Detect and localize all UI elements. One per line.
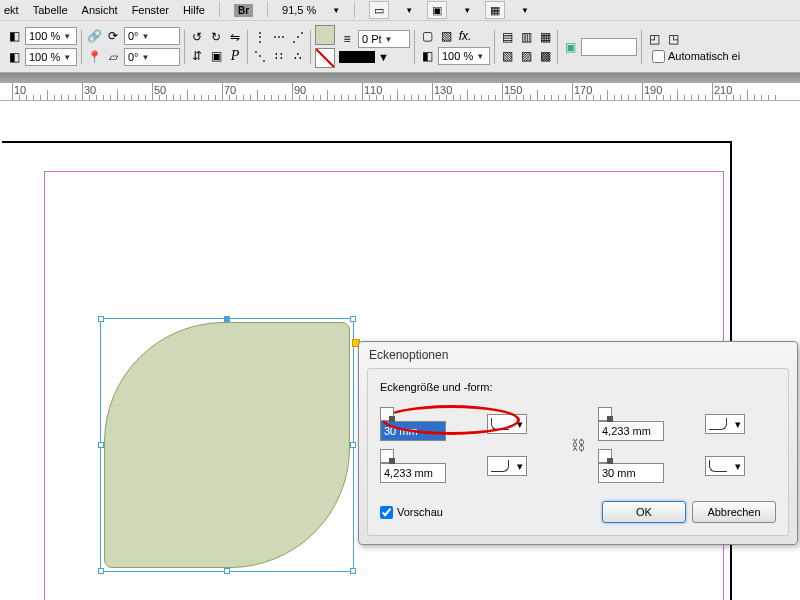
wrap-icon[interactable]: ▩ — [537, 48, 553, 64]
dist-icon[interactable]: ∷ — [271, 48, 287, 64]
fx-label-icon[interactable]: fx. — [457, 28, 473, 44]
link-corners-icon[interactable]: ⛓ — [568, 437, 588, 453]
resize-handle[interactable] — [98, 442, 104, 448]
corner-tl-size-input[interactable]: 30 mm — [380, 421, 446, 441]
rotate-ccw-icon[interactable]: ↺ — [189, 29, 205, 45]
dist-icon[interactable]: ⋱ — [252, 48, 268, 64]
resize-handle[interactable] — [224, 316, 230, 322]
corner-br-swatch[interactable] — [598, 449, 612, 463]
corner-bl-shape-combo[interactable]: ▾ — [487, 456, 527, 476]
flip-h-icon[interactable]: ⇋ — [227, 29, 243, 45]
fit-combo[interactable] — [581, 38, 637, 56]
auto-checkbox[interactable] — [652, 50, 665, 63]
corner-br-size-input[interactable]: 30 mm — [598, 463, 664, 483]
corner-tr-size-input[interactable]: 4,233 mm — [598, 421, 664, 441]
menu-ansicht[interactable]: Ansicht — [82, 4, 118, 16]
corner-tr-shape-combo[interactable]: ▾ — [705, 414, 745, 434]
fx-icon[interactable]: ▧ — [438, 28, 454, 44]
dist-icon[interactable]: ⋯ — [271, 29, 287, 45]
opacity-icon: ◧ — [6, 28, 22, 44]
wrap-icon[interactable]: ▨ — [518, 48, 534, 64]
cancel-button[interactable]: Abbrechen — [692, 501, 776, 523]
resize-handle[interactable] — [350, 568, 356, 574]
paragraph-icon[interactable]: P — [227, 48, 243, 64]
horizontal-ruler: 1030507090110130150170190210 — [0, 83, 800, 101]
zoom-level[interactable]: 91,5 % — [282, 4, 316, 16]
stroke-weight-icon: ≡ — [339, 31, 355, 47]
rotate-cw-icon[interactable]: ↻ — [208, 29, 224, 45]
resize-handle[interactable] — [98, 316, 104, 322]
corner-icon[interactable]: ◰ — [646, 31, 662, 47]
wrap-icon[interactable]: ▥ — [518, 29, 534, 45]
resize-handle[interactable] — [98, 568, 104, 574]
preview-checkbox[interactable] — [380, 506, 393, 519]
menu-fenster[interactable]: Fenster — [132, 4, 169, 16]
flip-v-icon[interactable]: ⇵ — [189, 48, 205, 64]
corner-bl-swatch[interactable] — [380, 449, 394, 463]
document-canvas[interactable]: Eckenoptionen Eckengröße und -form: 30 m… — [0, 101, 800, 600]
separator — [557, 30, 558, 64]
no-fill-swatch[interactable] — [315, 48, 335, 68]
dist-icon[interactable]: ⋮ — [252, 29, 268, 45]
chevron-down-icon[interactable]: ▼ — [463, 6, 471, 15]
dist-icon[interactable]: ⋰ — [290, 29, 306, 45]
link-icon[interactable]: 🔗 — [86, 28, 102, 44]
chevron-down-icon[interactable]: ▼ — [378, 51, 389, 63]
pin-icon[interactable]: 📍 — [86, 49, 102, 65]
separator — [81, 30, 82, 64]
corner-options-dialog: Eckenoptionen Eckengröße und -form: 30 m… — [358, 341, 798, 545]
separator — [354, 2, 355, 18]
corner-tl-shape-combo[interactable]: ▾ — [487, 414, 527, 434]
view-options-icon[interactable]: ▦ — [485, 1, 505, 19]
ok-button[interactable]: OK — [602, 501, 686, 523]
dist-icon[interactable]: ∴ — [290, 48, 306, 64]
wrap-icon[interactable]: ▧ — [499, 48, 515, 64]
bridge-button[interactable]: Br — [234, 4, 253, 17]
tab-bar — [0, 73, 800, 83]
opacity-combo-2[interactable]: 100 %▼ — [25, 48, 77, 66]
corner-icon[interactable]: ◳ — [665, 31, 681, 47]
menu-object[interactable]: ekt — [4, 4, 19, 16]
fx-icon[interactable]: ▢ — [419, 28, 435, 44]
menu-hilfe[interactable]: Hilfe — [183, 4, 205, 16]
separator — [267, 2, 268, 18]
resize-handle[interactable] — [224, 568, 230, 574]
angle-combo[interactable]: 0°▼ — [124, 27, 180, 45]
separator — [247, 30, 248, 64]
fill-swatch[interactable] — [315, 25, 335, 45]
chevron-down-icon[interactable]: ▼ — [332, 6, 340, 15]
control-panel: ◧100 %▼ ◧100 %▼ 🔗⟳0°▼ 📍▱0°▼ ↺↻⇋ ⇵▣P ⋮⋯⋰ … — [0, 20, 800, 73]
screen-mode-icon[interactable]: ▭ — [369, 1, 389, 19]
wrap-icon[interactable]: ▦ — [537, 29, 553, 45]
chevron-down-icon[interactable]: ▼ — [405, 6, 413, 15]
corner-tr-swatch[interactable] — [598, 407, 612, 421]
selection-bounding-box[interactable] — [100, 318, 354, 572]
chevron-down-icon[interactable]: ▼ — [521, 6, 529, 15]
stroke-style[interactable] — [339, 51, 375, 63]
frame-fit-icon[interactable]: ▣ — [562, 39, 578, 55]
resize-handle[interactable] — [350, 316, 356, 322]
shear-icon: ▱ — [105, 49, 121, 65]
page-border-top — [2, 141, 732, 143]
dialog-title: Eckenoptionen — [359, 342, 797, 368]
separator — [184, 30, 185, 64]
opacity-combo-1[interactable]: 100 %▼ — [25, 27, 77, 45]
corner-br-shape-combo[interactable]: ▾ — [705, 456, 745, 476]
separator — [310, 30, 311, 64]
auto-label: Automatisch ei — [668, 50, 740, 62]
rotate-icon: ⟳ — [105, 28, 121, 44]
corner-tl-swatch[interactable] — [380, 407, 394, 421]
stroke-opacity-combo[interactable]: 100 %▼ — [438, 47, 490, 65]
arrange-icon[interactable]: ▣ — [427, 1, 447, 19]
preview-label: Vorschau — [397, 506, 443, 518]
menu-bar: ekt Tabelle Ansicht Fenster Hilfe Br 91,… — [0, 0, 800, 20]
resize-handle[interactable] — [350, 442, 356, 448]
opacity-icon: ◧ — [6, 49, 22, 65]
corner-bl-size-input[interactable]: 4,233 mm — [380, 463, 446, 483]
menu-tabelle[interactable]: Tabelle — [33, 4, 68, 16]
separator — [494, 30, 495, 64]
shear-combo[interactable]: 0°▼ — [124, 48, 180, 66]
stroke-weight-combo[interactable]: 0 Pt▼ — [358, 30, 410, 48]
wrap-icon[interactable]: ▤ — [499, 29, 515, 45]
select-container-icon[interactable]: ▣ — [208, 48, 224, 64]
